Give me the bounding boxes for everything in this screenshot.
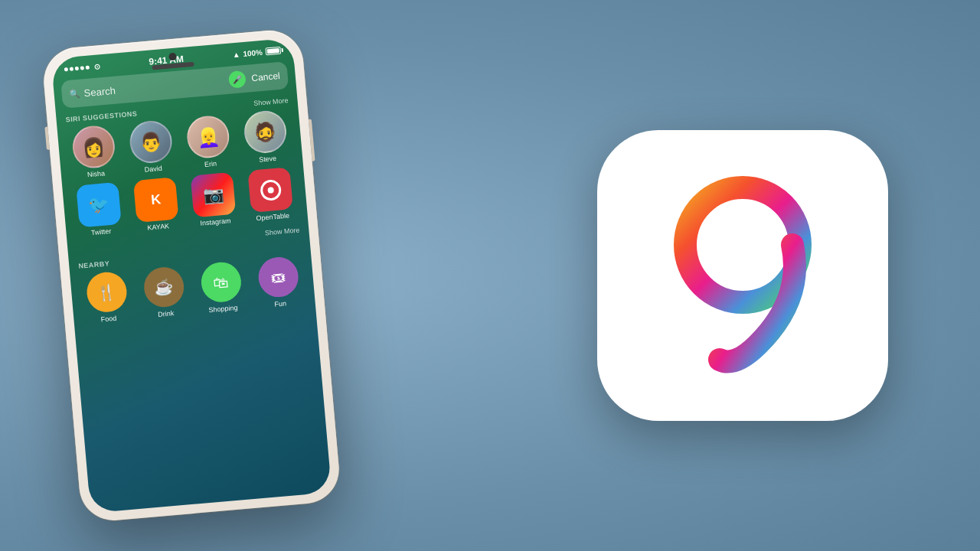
fun-icon: 🎟 — [256, 256, 299, 298]
siri-suggestions-title: SIRI SUGGESTIONS — [65, 109, 138, 123]
status-right: ▲ 100% — [232, 46, 281, 58]
nearby-name-drink: Drink — [158, 309, 175, 318]
avatar-david: 👨 — [128, 119, 174, 165]
battery-icon — [265, 47, 281, 56]
food-icon: 🍴 — [85, 271, 128, 314]
mic-icon: 🎤 — [232, 75, 242, 84]
app-opentable[interactable]: OpenTable — [247, 167, 294, 223]
siri-show-more[interactable]: Show More — [253, 96, 289, 107]
contact-david[interactable]: 👨 David — [128, 119, 175, 175]
iphone-device: ⊙ 9:41 AM ▲ 100% 🔍 Search — [41, 28, 342, 523]
shopping-icon: 🛍 — [199, 261, 242, 304]
instagram-icon: 📷 — [191, 172, 237, 218]
ios9-logo — [597, 130, 888, 421]
volume-button — [44, 127, 50, 150]
search-placeholder: Search — [83, 74, 229, 98]
iphone-screen: ⊙ 9:41 AM ▲ 100% 🔍 Search — [51, 37, 332, 513]
avatar-nisha: 👩 — [71, 124, 117, 170]
nearby-title: NEARBY — [78, 259, 110, 270]
power-button — [309, 119, 315, 161]
contact-nisha[interactable]: 👩 Nisha — [71, 124, 118, 180]
nearby-food[interactable]: 🍴 Food — [85, 271, 129, 324]
signal-dots — [64, 65, 90, 71]
nearby-name-shopping: Shopping — [208, 304, 238, 314]
nearby-drink[interactable]: ☕ Drink — [142, 266, 187, 319]
app-kayak[interactable]: K KAYAK — [133, 177, 180, 233]
app-name-twitter: Twitter — [90, 227, 111, 236]
contact-name-nisha: Nisha — [87, 169, 106, 178]
app-name-kayak: KAYAK — [147, 222, 169, 231]
nearby-shopping[interactable]: 🛍 Shopping — [199, 261, 243, 315]
scene: ⊙ 9:41 AM ▲ 100% 🔍 Search — [0, 0, 980, 551]
battery-percent: 100% — [243, 47, 263, 57]
apps-show-more[interactable]: Show More — [265, 226, 300, 236]
twitter-icon: 🐦 — [76, 182, 122, 228]
iphone-body: ⊙ 9:41 AM ▲ 100% 🔍 Search — [41, 28, 342, 523]
nearby-name-fun: Fun — [274, 299, 286, 308]
drink-icon: ☕ — [142, 266, 185, 308]
status-left: ⊙ — [64, 62, 100, 73]
mic-button[interactable]: 🎤 — [228, 70, 247, 89]
app-twitter[interactable]: 🐦 Twitter — [76, 182, 122, 238]
contact-name-steve: Steve — [259, 155, 277, 164]
app-name-opentable: OpenTable — [256, 212, 289, 223]
cancel-button[interactable]: Cancel — [251, 70, 280, 83]
nearby-name-food: Food — [100, 315, 116, 324]
contact-name-david: David — [144, 165, 162, 174]
svg-point-2 — [267, 187, 274, 194]
front-camera — [168, 53, 177, 61]
location-icon: ▲ — [232, 50, 240, 59]
nearby-fun[interactable]: 🎟 Fun — [256, 256, 301, 309]
avatar-steve: 🧔 — [243, 109, 289, 155]
contact-erin[interactable]: 👱‍♀️ Erin — [185, 114, 232, 170]
opentable-icon — [247, 167, 293, 213]
kayak-icon: K — [133, 177, 179, 223]
app-name-instagram: Instagram — [200, 217, 231, 227]
search-icon: 🔍 — [69, 88, 80, 99]
contact-steve[interactable]: 🧔 Steve — [243, 109, 289, 165]
contact-name-erin: Erin — [204, 160, 217, 168]
app-instagram[interactable]: 📷 Instagram — [191, 172, 237, 228]
avatar-erin: 👱‍♀️ — [185, 114, 231, 160]
